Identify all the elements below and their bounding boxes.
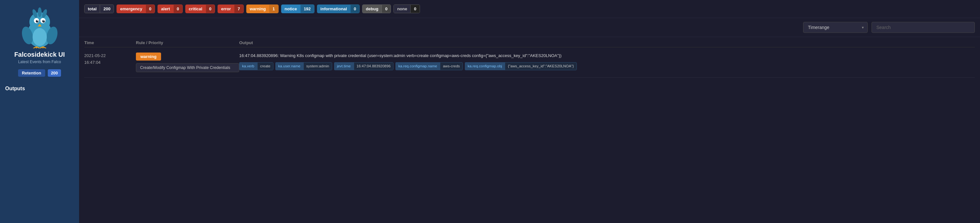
tag-value: aws-creds bbox=[440, 62, 463, 70]
svg-point-6 bbox=[37, 20, 38, 21]
output-tag: ka.user.name system:admin bbox=[275, 62, 332, 70]
retention-row: Retention 200 bbox=[18, 69, 61, 77]
sidebar-title: Falcosidekick UI bbox=[14, 51, 65, 59]
badge-warning[interactable]: warning 1 bbox=[246, 5, 278, 13]
badge-informational[interactable]: informational 0 bbox=[317, 5, 360, 13]
output-cell: 16:47:04.883920896: Warning K8s configma… bbox=[239, 52, 975, 70]
tag-value: 16:47:04.883920896 bbox=[354, 62, 394, 70]
badge-label-emergency: emergency bbox=[117, 5, 146, 13]
sidebar: Falcosidekick UI Latest Events from Falc… bbox=[0, 0, 79, 223]
badge-count-emergency: 0 bbox=[146, 5, 154, 13]
retention-value: 200 bbox=[48, 69, 61, 77]
output-tag: ka.req.configmap.name aws-creds bbox=[395, 62, 463, 70]
badge-notice[interactable]: notice 192 bbox=[281, 5, 314, 13]
badge-count-notice: 192 bbox=[301, 5, 314, 13]
falco-logo bbox=[20, 6, 59, 48]
badge-count-none: 0 bbox=[410, 5, 419, 13]
col-output: Output bbox=[239, 40, 975, 45]
badge-label-debug: debug bbox=[363, 5, 382, 13]
badge-total[interactable]: total 200 bbox=[84, 5, 114, 13]
main-content: total 200 emergency 0 alert 0 critical 0… bbox=[79, 0, 980, 223]
badge-debug[interactable]: debug 0 bbox=[362, 5, 391, 13]
output-tag: jevt.time 16:47:04.883920896 bbox=[334, 62, 393, 70]
tag-key: ka.verb bbox=[239, 62, 257, 70]
badge-count-informational: 0 bbox=[350, 5, 359, 13]
time-date: 2021-05-22 bbox=[84, 52, 136, 59]
output-tags: ka.verb create ka.user.name system:admin… bbox=[239, 62, 975, 70]
tag-key: ka.req.configmap.obj bbox=[465, 62, 505, 70]
col-time: Time bbox=[84, 40, 136, 45]
timerange-wrapper: Timerange bbox=[803, 22, 868, 33]
badge-label-total: total bbox=[84, 5, 100, 13]
sidebar-subtitle: Latest Events from Falco bbox=[18, 60, 61, 64]
time-cell: 2021-05-2216:47:04 bbox=[84, 52, 136, 66]
badge-count-error: 7 bbox=[234, 5, 243, 13]
priority-badge: warning bbox=[136, 52, 161, 60]
tag-value: system:admin bbox=[304, 62, 332, 70]
retention-label: Retention bbox=[18, 69, 45, 77]
rule-name-button[interactable]: Create/Modify Configmap With Private Cre… bbox=[136, 63, 239, 72]
badge-label-none: none bbox=[394, 5, 410, 13]
badge-count-total: 200 bbox=[100, 5, 114, 13]
badge-label-error: error bbox=[218, 5, 234, 13]
output-tag: ka.req.configmap.obj {"aws_access_key_id… bbox=[465, 62, 577, 70]
badge-label-critical: critical bbox=[186, 5, 206, 13]
svg-point-12 bbox=[38, 8, 41, 17]
outputs-section-title: Outputs bbox=[5, 86, 25, 92]
search-input[interactable] bbox=[872, 22, 975, 33]
table-row: 2021-05-2216:47:04 warning Create/Modify… bbox=[84, 47, 975, 77]
badge-label-alert: alert bbox=[158, 5, 173, 13]
rule-cell: warning Create/Modify Configmap With Pri… bbox=[136, 52, 239, 72]
badge-count-critical: 0 bbox=[206, 5, 215, 13]
badge-alert[interactable]: alert 0 bbox=[158, 5, 183, 13]
tag-key: jevt.time bbox=[334, 62, 354, 70]
badge-emergency[interactable]: emergency 0 bbox=[116, 5, 155, 13]
badge-count-debug: 0 bbox=[382, 5, 391, 13]
svg-point-7 bbox=[43, 20, 44, 21]
filter-bar: Timerange bbox=[79, 18, 980, 37]
badge-count-warning: 1 bbox=[269, 5, 278, 13]
badge-critical[interactable]: critical 0 bbox=[185, 5, 215, 13]
col-rule: Rule / Priority bbox=[136, 40, 239, 45]
timerange-select[interactable]: Timerange bbox=[803, 22, 868, 33]
table-body: 2021-05-2216:47:04 warning Create/Modify… bbox=[84, 47, 975, 77]
counter-bar: total 200 emergency 0 alert 0 critical 0… bbox=[79, 0, 980, 18]
time-hour: 16:47:04 bbox=[84, 59, 136, 66]
output-text: 16:47:04.883920896: Warning K8s configma… bbox=[239, 52, 975, 59]
tag-key: ka.req.configmap.name bbox=[395, 62, 440, 70]
badge-none[interactable]: none 0 bbox=[393, 5, 420, 13]
table-header: Time Rule / Priority Output bbox=[84, 37, 975, 47]
badge-count-alert: 0 bbox=[173, 5, 182, 13]
tag-value: {"aws_access_key_id":"AKES20LNOA"} bbox=[505, 62, 576, 70]
badge-label-warning: warning bbox=[247, 5, 269, 13]
badge-label-notice: notice bbox=[282, 5, 301, 13]
tag-key: ka.user.name bbox=[275, 62, 304, 70]
tag-value: create bbox=[257, 62, 274, 70]
output-tag: ka.verb create bbox=[239, 62, 274, 70]
events-table: Time Rule / Priority Output 2021-05-2216… bbox=[79, 37, 980, 223]
svg-point-14 bbox=[33, 28, 47, 46]
badge-label-informational: informational bbox=[317, 5, 350, 13]
badge-error[interactable]: error 7 bbox=[218, 5, 244, 13]
